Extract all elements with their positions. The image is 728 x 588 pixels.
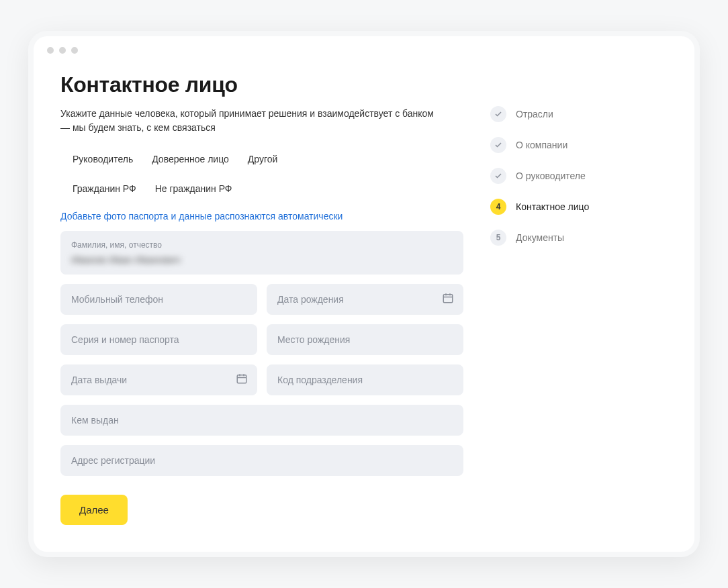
check-icon <box>490 137 506 153</box>
dept-code-field[interactable]: Код подразделения <box>267 364 463 395</box>
issued-by-field[interactable]: Кем выдан <box>60 405 463 436</box>
tab-citizen-rf[interactable]: Гражданин РФ <box>73 181 136 197</box>
step-number: 4 <box>490 199 506 215</box>
birthplace-field[interactable]: Место рождения <box>267 324 463 355</box>
step-label: Отрасли <box>516 109 553 119</box>
citizen-tabs: Гражданин РФ Не гражданин РФ <box>60 181 463 197</box>
step-documents[interactable]: 5 Документы <box>490 230 665 246</box>
passport-sn-label: Серия и номер паспорта <box>71 334 179 345</box>
window-dot <box>59 47 66 54</box>
calendar-icon[interactable] <box>236 373 248 387</box>
phone-label: Мобильный телефон <box>71 294 163 305</box>
issue-date-field[interactable]: Дата выдачи <box>60 364 257 395</box>
step-leader[interactable]: О руководителе <box>490 168 665 184</box>
birthdate-field[interactable]: Дата рождения <box>267 284 463 315</box>
reg-address-label: Адрес регистрации <box>71 455 155 466</box>
calendar-icon[interactable] <box>442 292 454 307</box>
issued-by-label: Кем выдан <box>71 415 119 426</box>
role-tabs: Руководитель Доверенное лицо Другой <box>60 151 463 167</box>
step-label: Документы <box>516 232 564 243</box>
dept-code-label: Код подразделения <box>277 375 363 385</box>
reg-address-field[interactable]: Адрес регистрации <box>60 445 463 476</box>
window-dot <box>47 47 54 54</box>
main-form: Контактное лицо Укажите данные человека,… <box>60 72 463 525</box>
app-frame: Контактное лицо Укажите данные человека,… <box>28 31 700 557</box>
steps-sidebar: Отрасли О компании О руководителе 4 <box>490 72 665 525</box>
step-industries[interactable]: Отрасли <box>490 106 665 122</box>
check-icon <box>490 168 506 184</box>
check-icon <box>490 106 506 122</box>
passport-sn-field[interactable]: Серия и номер паспорта <box>60 324 257 355</box>
app-window: Контактное лицо Укажите данные человека,… <box>34 36 694 552</box>
svg-rect-4 <box>237 375 246 383</box>
step-contact[interactable]: 4 Контактное лицо <box>490 199 665 215</box>
birthdate-label: Дата рождения <box>277 294 344 305</box>
step-label: О руководителе <box>516 170 586 181</box>
fio-label: Фамилия, имя, отчество <box>71 240 453 250</box>
step-number: 5 <box>490 230 506 246</box>
tab-citizen-nonrf[interactable]: Не гражданин РФ <box>155 181 232 197</box>
content-area: Контактное лицо Укажите данные человека,… <box>34 59 694 552</box>
fio-value: Иванов Иван Иванович <box>71 254 453 265</box>
tab-role-trusted[interactable]: Доверенное лицо <box>152 151 229 167</box>
next-button[interactable]: Далее <box>60 495 128 525</box>
step-label: Контактное лицо <box>516 201 589 212</box>
phone-field[interactable]: Мобильный телефон <box>60 284 257 315</box>
passport-photo-link[interactable]: Добавьте фото паспорта и данные распозна… <box>60 211 343 222</box>
window-titlebar <box>34 36 694 59</box>
issue-date-label: Дата выдачи <box>71 375 127 385</box>
tab-role-leader[interactable]: Руководитель <box>73 151 133 167</box>
svg-rect-0 <box>443 295 453 303</box>
page-title: Контактное лицо <box>60 72 463 97</box>
window-dot <box>71 47 78 54</box>
fio-field[interactable]: Фамилия, имя, отчество Иванов Иван Ивано… <box>60 231 463 275</box>
step-company[interactable]: О компании <box>490 137 665 153</box>
tab-role-other[interactable]: Другой <box>248 151 278 167</box>
page-subtitle: Укажите данные человека, который принима… <box>60 107 437 135</box>
birthplace-label: Место рождения <box>277 334 350 345</box>
step-label: О компании <box>516 140 567 150</box>
